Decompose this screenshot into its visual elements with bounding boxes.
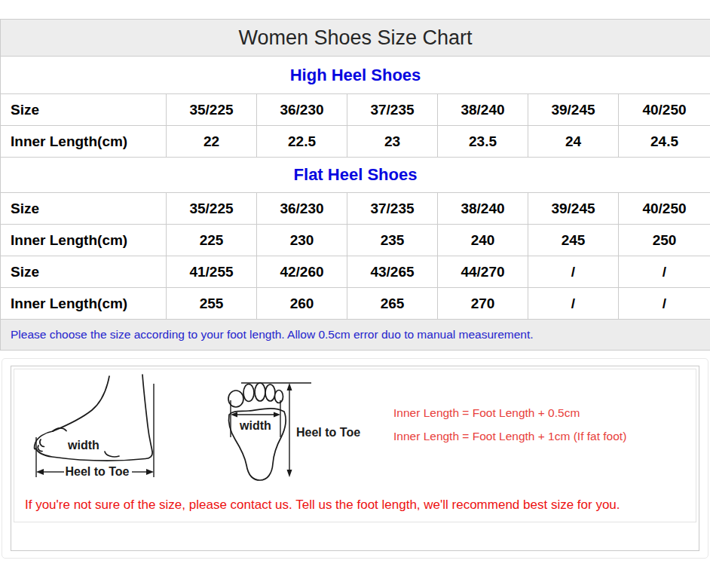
measurement-note: Please choose the size according to your… [1, 320, 710, 351]
length-value: 260 [257, 288, 347, 320]
size-value: 39/245 [528, 94, 619, 126]
size-chart-table: Women Shoes Size Chart High Heel Shoes S… [0, 19, 710, 351]
section-heading-row: High Heel Shoes [1, 57, 710, 94]
length-value: 250 [619, 225, 710, 256]
table-row: Size 35/225 36/230 37/235 38/240 39/245 … [1, 94, 710, 126]
row-label: Inner Length(cm) [1, 288, 167, 320]
length-value: 24.5 [619, 126, 710, 158]
length-value: 225 [167, 225, 257, 256]
size-chart-page: Women Shoes Size Chart High Heel Shoes S… [0, 19, 710, 588]
side-foot-diagram: width Heel to Toe [29, 373, 161, 482]
formula-half-cm: Inner Length = Foot Length + 0.5cm [393, 406, 626, 420]
length-value: 23.5 [438, 126, 528, 158]
inner-length-formulas: Inner Length = Foot Length + 0.5cm Inner… [393, 406, 626, 453]
table-row: Size 35/225 36/230 37/235 38/240 39/245 … [1, 193, 710, 225]
side-foot-width-label: width [67, 439, 99, 452]
table-row: Inner Length(cm) 255 260 265 270 / / [1, 288, 710, 320]
size-value: 37/235 [347, 94, 438, 126]
size-value: 44/270 [438, 256, 528, 288]
size-value: 43/265 [347, 256, 438, 288]
size-value: 41/255 [167, 256, 257, 288]
row-label: Inner Length(cm) [1, 126, 167, 158]
section-heading-flat-heel: Flat Heel Shoes [1, 158, 710, 193]
page-title: Women Shoes Size Chart [1, 20, 710, 57]
size-value: 35/225 [167, 94, 257, 126]
table-row: Inner Length(cm) 22 22.5 23 23.5 24 24.5 [1, 126, 710, 158]
size-value: 38/240 [438, 193, 528, 225]
size-value: 37/235 [347, 193, 438, 225]
row-label: Size [1, 94, 167, 126]
note-row: Please choose the size according to your… [1, 320, 710, 351]
section-heading-row: Flat Heel Shoes [1, 158, 710, 193]
measure-guide-image: width Heel to Toe [14, 369, 696, 522]
measure-guide-inner-box: width Heel to Toe [11, 366, 699, 551]
length-value: 265 [347, 288, 438, 320]
size-value: 36/230 [257, 193, 347, 225]
size-value: 39/245 [528, 193, 619, 225]
size-value: / [528, 256, 619, 288]
length-value: 230 [257, 225, 347, 256]
length-value: 245 [528, 225, 619, 256]
measure-guide-outer-box: width Heel to Toe [2, 358, 708, 559]
side-foot-heel-to-toe-label: Heel to Toe [65, 465, 129, 478]
size-value: 36/230 [257, 94, 347, 126]
table-row: Inner Length(cm) 225 230 235 240 245 250 [1, 225, 710, 256]
size-value: 40/250 [619, 193, 710, 225]
length-value: 23 [347, 126, 438, 158]
row-label: Size [1, 256, 167, 288]
title-row: Women Shoes Size Chart [1, 20, 710, 57]
row-label: Inner Length(cm) [1, 225, 167, 256]
section-heading-high-heel: High Heel Shoes [1, 57, 710, 94]
contact-note: If you're not sure of the size, please c… [25, 498, 620, 513]
length-value: 255 [167, 288, 257, 320]
size-value: 40/250 [619, 94, 710, 126]
top-foot-diagram: width Heel to Toe [226, 375, 366, 482]
top-foot-heel-to-toe-label: Heel to Toe [296, 426, 360, 439]
size-value: 42/260 [257, 256, 347, 288]
size-value: 38/240 [438, 94, 528, 126]
table-row: Size 41/255 42/260 43/265 44/270 / / [1, 256, 710, 288]
size-value: 35/225 [167, 193, 257, 225]
length-value: 240 [438, 225, 528, 256]
length-value: 235 [347, 225, 438, 256]
length-value: 22 [167, 126, 257, 158]
formula-one-cm: Inner Length = Foot Length + 1cm (If fat… [393, 430, 626, 443]
length-value: / [528, 288, 619, 320]
length-value: 22.5 [257, 126, 347, 158]
length-value: / [619, 288, 710, 320]
length-value: 24 [528, 126, 619, 158]
size-value: / [619, 256, 710, 288]
row-label: Size [1, 193, 167, 225]
length-value: 270 [438, 288, 528, 320]
top-foot-width-label: width [239, 419, 271, 432]
